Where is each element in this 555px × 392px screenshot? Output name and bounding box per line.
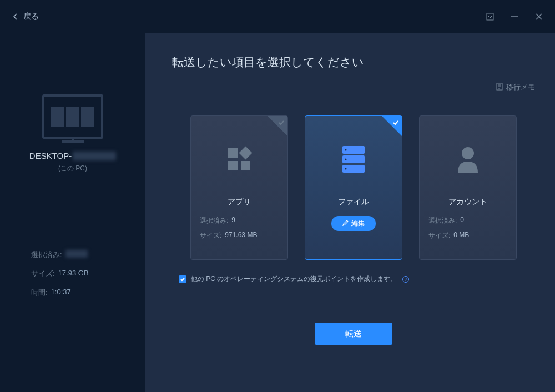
sidebar-stats: 選択済み: サイズ: 17.93 GB 時間: 1:0:37 <box>11 250 134 298</box>
stat-label: サイズ: <box>31 269 55 279</box>
pc-name-masked <box>73 152 116 160</box>
arrow-left-icon <box>11 12 20 21</box>
memo-link[interactable]: 移行メモ <box>496 82 535 92</box>
stat-selected: 選択済み: 0 <box>428 216 507 225</box>
back-button[interactable]: 戻る <box>11 12 39 22</box>
cards-container: アプリ 選択済み: 9 サイズ: 971.63 MB <box>172 115 535 260</box>
main-panel: 転送したい項目を選択してください 移行メモ <box>145 33 555 392</box>
value: 0 <box>460 216 464 225</box>
check-icon <box>278 118 285 128</box>
edit-icon <box>342 220 349 228</box>
files-icon <box>339 137 368 182</box>
edit-button[interactable]: 編集 <box>331 216 376 231</box>
pc-visual: DESKTOP- (この PC) <box>11 94 134 173</box>
account-icon <box>453 137 482 182</box>
card-stats: 選択済み: 0 サイズ: 0 MB <box>428 216 507 240</box>
stat-label: 時間: <box>31 288 48 298</box>
svg-point-10 <box>345 159 347 160</box>
label: 選択済み: <box>428 216 457 225</box>
stat-selected: 選択済み: <box>31 250 134 260</box>
checkbox-label: 他の PC のオペレーティングシステムの復元ポイントを作成します。 <box>191 274 397 284</box>
svg-rect-4 <box>241 161 250 170</box>
sidebar: DESKTOP- (この PC) 選択済み: サイズ: 17.93 GB 時間:… <box>0 33 145 392</box>
card-apps[interactable]: アプリ 選択済み: 9 サイズ: 971.63 MB <box>190 115 288 260</box>
apps-icon <box>225 137 254 182</box>
stat-value: 1:0:37 <box>51 288 71 298</box>
value: 0 MB <box>453 231 469 240</box>
stat-value-masked <box>65 250 88 258</box>
stat-size: サイズ: 971.63 MB <box>200 231 279 240</box>
check-icon <box>392 118 399 128</box>
stat-selected: 選択済み: 9 <box>200 216 279 225</box>
info-icon[interactable]: ? <box>402 276 409 283</box>
minimize-button[interactable] <box>509 12 519 22</box>
back-label: 戻る <box>23 12 39 22</box>
memo-label: 移行メモ <box>506 82 535 92</box>
monitor-icon <box>42 94 103 139</box>
stat-value: 17.93 GB <box>58 269 89 279</box>
transfer-button[interactable]: 転送 <box>315 323 392 345</box>
label: 選択済み: <box>200 216 228 225</box>
svg-rect-3 <box>228 161 238 170</box>
stat-label: 選択済み: <box>31 250 62 260</box>
card-stats: 選択済み: 9 サイズ: 971.63 MB <box>200 216 279 240</box>
pc-name: DESKTOP- <box>29 151 116 160</box>
svg-point-11 <box>345 168 347 170</box>
card-corner <box>382 116 402 136</box>
stat-size: サイズ: 0 MB <box>428 231 507 240</box>
card-account[interactable]: アカウント 選択済み: 0 サイズ: 0 MB <box>419 115 517 260</box>
card-corner <box>268 116 287 136</box>
page-heading: 転送したい項目を選択してください <box>172 54 535 70</box>
label: サイズ: <box>200 231 221 240</box>
card-files[interactable]: ファイル 編集 <box>305 115 402 260</box>
edit-label: 編集 <box>351 219 365 228</box>
titlebar: 戻る <box>0 0 555 33</box>
restore-point-checkbox[interactable] <box>179 275 186 283</box>
pc-sublabel: (この PC) <box>58 164 87 173</box>
note-icon <box>496 83 503 92</box>
svg-point-9 <box>345 149 347 151</box>
card-title: ファイル <box>338 197 369 207</box>
card-title: アカウント <box>448 197 487 207</box>
value: 9 <box>231 216 235 225</box>
value: 971.63 MB <box>225 231 257 240</box>
restore-point-row: 他の PC のオペレーティングシステムの復元ポイントを作成します。 ? <box>172 274 535 284</box>
main-layout: DESKTOP- (この PC) 選択済み: サイズ: 17.93 GB 時間:… <box>0 33 555 392</box>
dropdown-button[interactable] <box>485 12 495 22</box>
stat-time: 時間: 1:0:37 <box>31 288 134 298</box>
svg-rect-0 <box>487 13 493 20</box>
close-button[interactable] <box>534 12 544 22</box>
window-controls <box>485 12 544 22</box>
label: サイズ: <box>428 231 450 240</box>
svg-rect-5 <box>239 146 252 159</box>
card-title: アプリ <box>228 197 251 207</box>
stat-size: サイズ: 17.93 GB <box>31 269 134 279</box>
svg-point-12 <box>462 147 474 159</box>
svg-rect-2 <box>228 148 238 158</box>
pc-name-prefix: DESKTOP- <box>29 151 72 160</box>
